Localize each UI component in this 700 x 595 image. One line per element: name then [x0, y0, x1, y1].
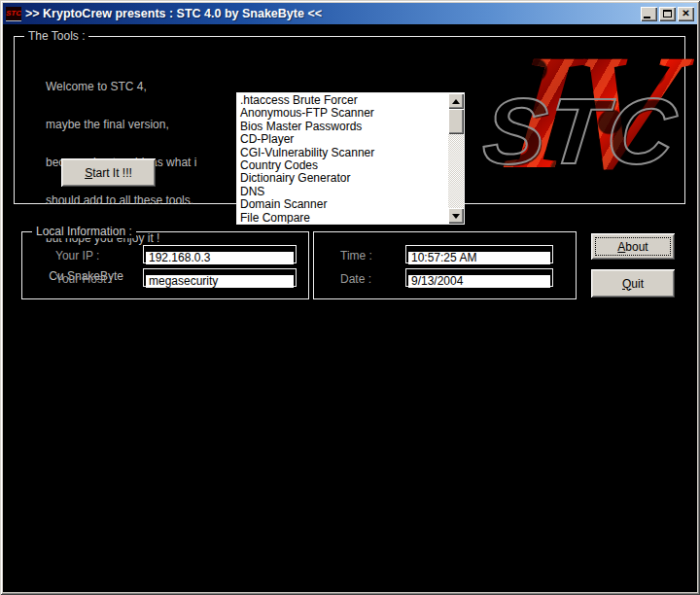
logo-stc-overlay: STC: [469, 78, 692, 185]
app-icon: STC: [6, 7, 21, 21]
scroll-down-button[interactable]: [448, 208, 464, 224]
arrow-down-icon: [452, 214, 460, 223]
ip-input[interactable]: [146, 252, 294, 264]
app-window: STC >> KryptoCrew presents : STC 4.0 by …: [0, 0, 700, 595]
clock-frame: Time : Date :: [313, 231, 577, 299]
tools-group-label: The Tools :: [24, 29, 88, 43]
scroll-up-button[interactable]: [448, 93, 464, 109]
date-input[interactable]: [408, 275, 550, 288]
stc-logo: IV STC: [474, 45, 686, 200]
list-item[interactable]: Domain Scanner: [240, 198, 448, 211]
ip-label: Your IP :: [55, 249, 99, 262]
time-field-frame: [405, 245, 553, 263]
ip-field-frame: [143, 245, 297, 263]
list-item[interactable]: .htaccess Brute Forcer: [240, 94, 448, 107]
host-field-frame: [143, 268, 297, 287]
welcome-line: maybe the final version,: [46, 119, 196, 131]
quit-button[interactable]: Quit: [591, 269, 675, 298]
scrollbar-thumb[interactable]: [448, 109, 464, 134]
local-info-groupbox: Local Information : Your IP : Your Host …: [21, 231, 309, 299]
tools-list: .htaccess Brute Forcer Anonymous-FTP Sca…: [237, 93, 448, 224]
host-label: Your Host :: [55, 272, 113, 286]
list-item[interactable]: DNS: [240, 186, 448, 198]
list-item[interactable]: Anonymous-FTP Scanner: [240, 107, 448, 120]
time-label: Time :: [340, 249, 372, 262]
time-input[interactable]: [408, 252, 550, 264]
list-item[interactable]: Bios Master Passwords: [240, 121, 448, 133]
list-item[interactable]: CD-Player: [240, 133, 448, 146]
tools-groupbox: The Tools : Welcome to STC 4, maybe the …: [14, 36, 685, 204]
list-item[interactable]: Dictionairy Generator: [240, 172, 448, 185]
welcome-line: should add to all these tools.: [46, 194, 196, 207]
maximize-icon: [663, 10, 672, 18]
welcome-line: Welcome to STC 4,: [46, 81, 196, 93]
list-item[interactable]: CGI-Vulnerability Scanner: [240, 147, 448, 159]
list-item[interactable]: File Compare: [240, 212, 448, 224]
start-button[interactable]: Start It !!!: [61, 158, 156, 187]
local-info-label: Local Information :: [32, 225, 136, 238]
tools-listbox[interactable]: .htaccess Brute Forcer Anonymous-FTP Sca…: [236, 92, 465, 225]
date-label: Date :: [340, 272, 371, 286]
list-item[interactable]: Country Codes: [240, 159, 448, 172]
host-input[interactable]: [146, 275, 294, 288]
about-button[interactable]: About: [591, 233, 675, 260]
listbox-scrollbar[interactable]: [448, 93, 464, 224]
arrow-up-icon: [452, 95, 460, 104]
focus-rect: [595, 237, 671, 256]
date-field-frame: [405, 268, 553, 287]
window-title: >> KryptoCrew presents : STC 4.0 by Snak…: [25, 7, 322, 20]
